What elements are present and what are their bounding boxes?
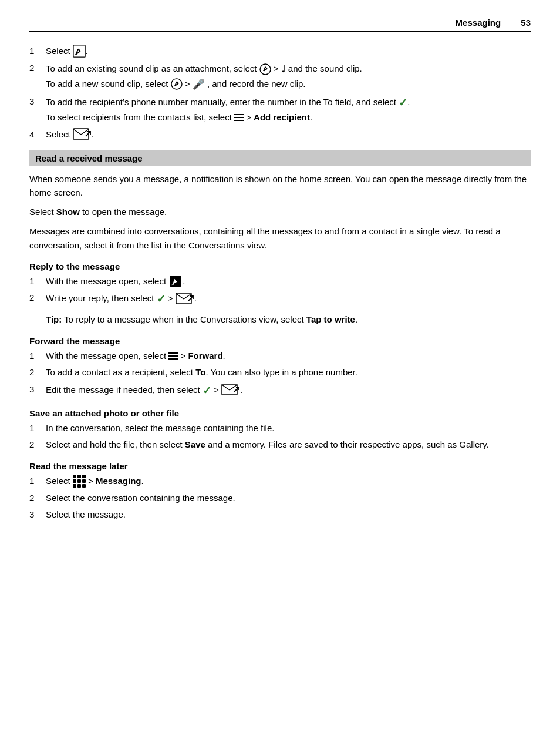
- tap-to-write-bold: Tap to write: [306, 314, 355, 324]
- step-1: 1 Select .: [29, 45, 531, 58]
- tip-end: .: [355, 314, 357, 324]
- forward-section-title: Forward the message: [29, 336, 531, 346]
- forward-step-3: 3 Edit the message if needed, then selec…: [29, 383, 531, 399]
- reply-step-1-num: 1: [29, 275, 46, 288]
- compose-icon-reply: [168, 276, 183, 287]
- send-icon-2: [176, 293, 194, 307]
- apps-icon: [73, 475, 86, 488]
- read-later-step-3: 3 Select the message.: [29, 508, 531, 522]
- reply-steps: 1 With the message open, select . 2 Writ…: [29, 275, 531, 308]
- read-later-step-2-num: 2: [29, 492, 46, 505]
- read-received-para2: Select Show to open the message.: [29, 205, 531, 219]
- reply-step-2-content: Write your reply, then select ✓ > .: [46, 291, 531, 307]
- svg-line-23: [188, 296, 193, 301]
- messaging-bold: Messaging: [96, 476, 141, 486]
- svg-line-4: [75, 55, 76, 55]
- svg-rect-0: [73, 45, 85, 57]
- menu-lines-icon-2: [168, 352, 178, 360]
- read-received-para1: When someone sends you a message, a noti…: [29, 172, 531, 200]
- mic-icon: 🎤: [193, 77, 205, 92]
- forward-bold: Forward: [188, 351, 222, 361]
- svg-rect-24: [222, 384, 237, 395]
- save-photo-step-2-num: 2: [29, 438, 46, 452]
- checkmark-icon-2: ✓: [157, 291, 166, 307]
- save-photo-step-1-content: In the conversation, select the message …: [46, 422, 531, 435]
- forward-step-2-content: To add a contact as a recipient, select …: [46, 366, 531, 379]
- page: Messaging 53 1 Select . 2: [0, 0, 560, 739]
- send-icon-1: [73, 128, 92, 142]
- page-number: 53: [521, 18, 531, 28]
- read-later-step-3-num: 3: [29, 508, 46, 522]
- tip-bold: Tip:: [46, 314, 62, 324]
- read-later-steps: 1 Select > Messaging. 2: [29, 475, 531, 522]
- forward-steps: 1 With the message open, select > Forwar…: [29, 350, 531, 399]
- compose-icon: [73, 45, 86, 58]
- svg-line-14: [73, 129, 81, 135]
- read-later-step-1-num: 1: [29, 475, 46, 488]
- step-2-num: 2: [29, 62, 46, 92]
- send-icon-3: [221, 384, 240, 398]
- read-later-step-1: 1 Select > Messaging.: [29, 475, 531, 488]
- read-later-step-2: 2 Select the conversation containing the…: [29, 492, 531, 505]
- forward-step-1-num: 1: [29, 350, 46, 363]
- step-4-num: 4: [29, 128, 46, 142]
- read-later-step-1-content: Select > Messaging.: [46, 475, 531, 488]
- tip-text: To reply to a message when in the Conver…: [62, 314, 306, 324]
- forward-step-3-content: Edit the message if needed, then select …: [46, 383, 531, 399]
- forward-step-1: 1 With the message open, select > Forwar…: [29, 350, 531, 363]
- step-2-content: To add an existing sound clip as an atta…: [46, 62, 531, 92]
- step-4-content: Select .: [46, 128, 531, 142]
- step-3: 3 To add the recipient’s phone number ma…: [29, 95, 531, 125]
- svg-line-21: [176, 294, 184, 299]
- initial-steps: 1 Select . 2 To add an existing sound cl…: [29, 45, 531, 142]
- section-read-received-title: Read a received message: [35, 153, 143, 163]
- save-photo-step-1: 1 In the conversation, select the messag…: [29, 422, 531, 435]
- reply-step-2-num: 2: [29, 291, 46, 307]
- add-recipient-text: Add recipient: [254, 112, 310, 122]
- reply-step-2: 2 Write your reply, then select ✓ > .: [29, 291, 531, 307]
- svg-rect-13: [73, 129, 89, 139]
- step-2: 2 To add an existing sound clip as an at…: [29, 62, 531, 92]
- forward-step-2: 2 To add a contact as a recipient, selec…: [29, 366, 531, 379]
- step-1-num: 1: [29, 45, 46, 58]
- step-4: 4 Select .: [29, 128, 531, 142]
- reply-step-1-content: With the message open, select .: [46, 275, 531, 288]
- save-photo-steps: 1 In the conversation, select the messag…: [29, 422, 531, 452]
- step-1-content: Select .: [46, 45, 531, 58]
- tip-block: Tip: To reply to a message when in the C…: [46, 313, 531, 327]
- header-title-text: Messaging: [456, 18, 501, 28]
- save-photo-step-2-content: Select and hold the file, then select Sa…: [46, 438, 531, 452]
- svg-line-25: [222, 385, 230, 390]
- read-received-para3: Messages are combined into conversations…: [29, 224, 531, 252]
- save-bold: Save: [185, 439, 205, 449]
- read-later-step-3-content: Select the message.: [46, 508, 531, 522]
- read-later-step-2-content: Select the conversation containing the m…: [46, 492, 531, 505]
- header-bar: Messaging 53: [29, 18, 531, 32]
- header-title: Messaging 53: [456, 18, 531, 28]
- step-3-content: To add the recipient’s phone number manu…: [46, 95, 531, 125]
- save-photo-section-title: Save an attached photo or other file: [29, 408, 531, 418]
- menu-lines-icon-1: [234, 114, 244, 121]
- to-bold: To: [195, 367, 205, 377]
- music-icon: ♩: [281, 62, 286, 77]
- checkmark-icon-1: ✓: [399, 95, 407, 111]
- forward-step-2-num: 2: [29, 366, 46, 379]
- svg-line-16: [86, 132, 90, 136]
- para2-suffix: to open the message.: [80, 207, 167, 217]
- reply-section-title: Reply to the message: [29, 261, 531, 271]
- attach-icon-2: [171, 78, 183, 90]
- svg-rect-20: [176, 293, 191, 304]
- save-photo-step-2: 2 Select and hold the file, then select …: [29, 438, 531, 452]
- show-bold: Show: [56, 207, 80, 217]
- checkmark-icon-3: ✓: [203, 383, 211, 399]
- step-3-num: 3: [29, 95, 46, 125]
- forward-step-3-num: 3: [29, 383, 46, 399]
- read-later-section-title: Read the message later: [29, 461, 531, 471]
- save-photo-step-1-num: 1: [29, 422, 46, 435]
- attach-icon-1: [259, 63, 271, 75]
- reply-step-1: 1 With the message open, select .: [29, 275, 531, 288]
- svg-line-27: [234, 387, 239, 392]
- forward-step-1-content: With the message open, select > Forward.: [46, 350, 531, 363]
- para2-prefix: Select: [29, 207, 56, 217]
- section-read-received-header: Read a received message: [29, 150, 531, 166]
